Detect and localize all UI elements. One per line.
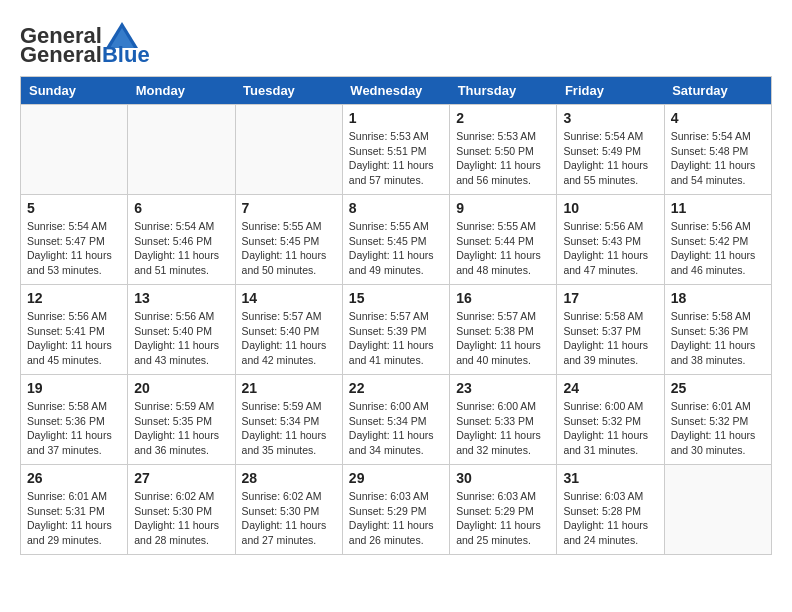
- cell-info-text: Sunrise: 6:00 AM Sunset: 5:33 PM Dayligh…: [456, 399, 550, 458]
- cell-info-text: Sunrise: 5:56 AM Sunset: 5:41 PM Dayligh…: [27, 309, 121, 368]
- cell-day-number: 21: [242, 380, 336, 396]
- cell-day-number: 4: [671, 110, 765, 126]
- calendar-cell: 25Sunrise: 6:01 AM Sunset: 5:32 PM Dayli…: [664, 375, 771, 465]
- cell-day-number: 1: [349, 110, 443, 126]
- cell-info-text: Sunrise: 5:54 AM Sunset: 5:47 PM Dayligh…: [27, 219, 121, 278]
- cell-info-text: Sunrise: 5:54 AM Sunset: 5:49 PM Dayligh…: [563, 129, 657, 188]
- cell-info-text: Sunrise: 6:03 AM Sunset: 5:28 PM Dayligh…: [563, 489, 657, 548]
- calendar-cell: 2Sunrise: 5:53 AM Sunset: 5:50 PM Daylig…: [450, 105, 557, 195]
- cell-day-number: 2: [456, 110, 550, 126]
- cell-info-text: Sunrise: 5:54 AM Sunset: 5:46 PM Dayligh…: [134, 219, 228, 278]
- cell-info-text: Sunrise: 5:57 AM Sunset: 5:39 PM Dayligh…: [349, 309, 443, 368]
- weekday-header-monday: Monday: [128, 77, 235, 105]
- cell-info-text: Sunrise: 5:53 AM Sunset: 5:51 PM Dayligh…: [349, 129, 443, 188]
- calendar-cell: 18Sunrise: 5:58 AM Sunset: 5:36 PM Dayli…: [664, 285, 771, 375]
- calendar-cell: 19Sunrise: 5:58 AM Sunset: 5:36 PM Dayli…: [21, 375, 128, 465]
- cell-day-number: 5: [27, 200, 121, 216]
- cell-info-text: Sunrise: 5:58 AM Sunset: 5:37 PM Dayligh…: [563, 309, 657, 368]
- week-row-5: 26Sunrise: 6:01 AM Sunset: 5:31 PM Dayli…: [21, 465, 772, 555]
- cell-info-text: Sunrise: 6:03 AM Sunset: 5:29 PM Dayligh…: [456, 489, 550, 548]
- cell-info-text: Sunrise: 5:59 AM Sunset: 5:34 PM Dayligh…: [242, 399, 336, 458]
- cell-day-number: 7: [242, 200, 336, 216]
- cell-day-number: 8: [349, 200, 443, 216]
- cell-day-number: 12: [27, 290, 121, 306]
- cell-day-number: 23: [456, 380, 550, 396]
- page-header: General GeneralBlue: [20, 20, 772, 66]
- calendar-cell: 24Sunrise: 6:00 AM Sunset: 5:32 PM Dayli…: [557, 375, 664, 465]
- cell-day-number: 28: [242, 470, 336, 486]
- logo: General GeneralBlue: [20, 20, 150, 66]
- cell-day-number: 15: [349, 290, 443, 306]
- weekday-header-saturday: Saturday: [664, 77, 771, 105]
- cell-day-number: 31: [563, 470, 657, 486]
- cell-day-number: 22: [349, 380, 443, 396]
- cell-info-text: Sunrise: 6:01 AM Sunset: 5:32 PM Dayligh…: [671, 399, 765, 458]
- calendar-cell: 12Sunrise: 5:56 AM Sunset: 5:41 PM Dayli…: [21, 285, 128, 375]
- calendar-cell: 14Sunrise: 5:57 AM Sunset: 5:40 PM Dayli…: [235, 285, 342, 375]
- calendar-cell: 1Sunrise: 5:53 AM Sunset: 5:51 PM Daylig…: [342, 105, 449, 195]
- calendar-cell: 22Sunrise: 6:00 AM Sunset: 5:34 PM Dayli…: [342, 375, 449, 465]
- calendar-cell: 21Sunrise: 5:59 AM Sunset: 5:34 PM Dayli…: [235, 375, 342, 465]
- weekday-header-friday: Friday: [557, 77, 664, 105]
- cell-day-number: 9: [456, 200, 550, 216]
- cell-info-text: Sunrise: 5:58 AM Sunset: 5:36 PM Dayligh…: [27, 399, 121, 458]
- cell-info-text: Sunrise: 6:03 AM Sunset: 5:29 PM Dayligh…: [349, 489, 443, 548]
- cell-day-number: 29: [349, 470, 443, 486]
- weekday-header-wednesday: Wednesday: [342, 77, 449, 105]
- calendar-cell: 10Sunrise: 5:56 AM Sunset: 5:43 PM Dayli…: [557, 195, 664, 285]
- cell-info-text: Sunrise: 5:53 AM Sunset: 5:50 PM Dayligh…: [456, 129, 550, 188]
- cell-day-number: 11: [671, 200, 765, 216]
- calendar-cell: 23Sunrise: 6:00 AM Sunset: 5:33 PM Dayli…: [450, 375, 557, 465]
- cell-day-number: 16: [456, 290, 550, 306]
- cell-day-number: 17: [563, 290, 657, 306]
- calendar-cell: 5Sunrise: 5:54 AM Sunset: 5:47 PM Daylig…: [21, 195, 128, 285]
- cell-day-number: 20: [134, 380, 228, 396]
- week-row-3: 12Sunrise: 5:56 AM Sunset: 5:41 PM Dayli…: [21, 285, 772, 375]
- cell-day-number: 3: [563, 110, 657, 126]
- cell-info-text: Sunrise: 5:57 AM Sunset: 5:40 PM Dayligh…: [242, 309, 336, 368]
- cell-day-number: 14: [242, 290, 336, 306]
- calendar-cell: [235, 105, 342, 195]
- cell-info-text: Sunrise: 6:01 AM Sunset: 5:31 PM Dayligh…: [27, 489, 121, 548]
- calendar-cell: 29Sunrise: 6:03 AM Sunset: 5:29 PM Dayli…: [342, 465, 449, 555]
- calendar-cell: 16Sunrise: 5:57 AM Sunset: 5:38 PM Dayli…: [450, 285, 557, 375]
- weekday-header-thursday: Thursday: [450, 77, 557, 105]
- calendar-cell: 27Sunrise: 6:02 AM Sunset: 5:30 PM Dayli…: [128, 465, 235, 555]
- cell-day-number: 19: [27, 380, 121, 396]
- cell-info-text: Sunrise: 5:54 AM Sunset: 5:48 PM Dayligh…: [671, 129, 765, 188]
- weekday-header-sunday: Sunday: [21, 77, 128, 105]
- week-row-2: 5Sunrise: 5:54 AM Sunset: 5:47 PM Daylig…: [21, 195, 772, 285]
- calendar-cell: 30Sunrise: 6:03 AM Sunset: 5:29 PM Dayli…: [450, 465, 557, 555]
- week-row-1: 1Sunrise: 5:53 AM Sunset: 5:51 PM Daylig…: [21, 105, 772, 195]
- cell-info-text: Sunrise: 5:55 AM Sunset: 5:45 PM Dayligh…: [242, 219, 336, 278]
- cell-info-text: Sunrise: 6:02 AM Sunset: 5:30 PM Dayligh…: [134, 489, 228, 548]
- cell-day-number: 27: [134, 470, 228, 486]
- calendar-table: SundayMondayTuesdayWednesdayThursdayFrid…: [20, 76, 772, 555]
- week-row-4: 19Sunrise: 5:58 AM Sunset: 5:36 PM Dayli…: [21, 375, 772, 465]
- calendar-cell: 28Sunrise: 6:02 AM Sunset: 5:30 PM Dayli…: [235, 465, 342, 555]
- cell-info-text: Sunrise: 5:56 AM Sunset: 5:40 PM Dayligh…: [134, 309, 228, 368]
- calendar-cell: 20Sunrise: 5:59 AM Sunset: 5:35 PM Dayli…: [128, 375, 235, 465]
- cell-info-text: Sunrise: 5:56 AM Sunset: 5:42 PM Dayligh…: [671, 219, 765, 278]
- calendar-cell: 9Sunrise: 5:55 AM Sunset: 5:44 PM Daylig…: [450, 195, 557, 285]
- calendar-cell: 26Sunrise: 6:01 AM Sunset: 5:31 PM Dayli…: [21, 465, 128, 555]
- calendar-cell: 4Sunrise: 5:54 AM Sunset: 5:48 PM Daylig…: [664, 105, 771, 195]
- weekday-header-row: SundayMondayTuesdayWednesdayThursdayFrid…: [21, 77, 772, 105]
- calendar-cell: 31Sunrise: 6:03 AM Sunset: 5:28 PM Dayli…: [557, 465, 664, 555]
- calendar-cell: 6Sunrise: 5:54 AM Sunset: 5:46 PM Daylig…: [128, 195, 235, 285]
- cell-info-text: Sunrise: 5:59 AM Sunset: 5:35 PM Dayligh…: [134, 399, 228, 458]
- cell-info-text: Sunrise: 6:00 AM Sunset: 5:34 PM Dayligh…: [349, 399, 443, 458]
- cell-info-text: Sunrise: 5:55 AM Sunset: 5:45 PM Dayligh…: [349, 219, 443, 278]
- calendar-cell: 3Sunrise: 5:54 AM Sunset: 5:49 PM Daylig…: [557, 105, 664, 195]
- calendar-cell: [128, 105, 235, 195]
- calendar-cell: 15Sunrise: 5:57 AM Sunset: 5:39 PM Dayli…: [342, 285, 449, 375]
- cell-day-number: 13: [134, 290, 228, 306]
- calendar-cell: 13Sunrise: 5:56 AM Sunset: 5:40 PM Dayli…: [128, 285, 235, 375]
- calendar-cell: 11Sunrise: 5:56 AM Sunset: 5:42 PM Dayli…: [664, 195, 771, 285]
- calendar-cell: 17Sunrise: 5:58 AM Sunset: 5:37 PM Dayli…: [557, 285, 664, 375]
- cell-day-number: 18: [671, 290, 765, 306]
- cell-info-text: Sunrise: 6:00 AM Sunset: 5:32 PM Dayligh…: [563, 399, 657, 458]
- calendar-cell: [664, 465, 771, 555]
- cell-day-number: 6: [134, 200, 228, 216]
- calendar-cell: 7Sunrise: 5:55 AM Sunset: 5:45 PM Daylig…: [235, 195, 342, 285]
